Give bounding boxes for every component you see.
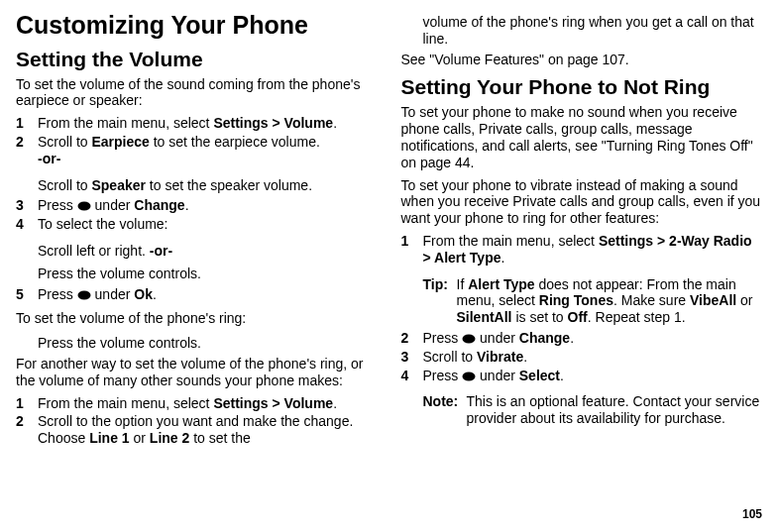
text: .: [333, 115, 337, 131]
softkey-icon: [77, 290, 91, 300]
text: under: [476, 368, 519, 383]
text: or: [736, 292, 752, 308]
list-item: 2 Scroll to Earpiece to set the earpiece…: [16, 134, 378, 167]
svg-point-3: [463, 372, 476, 380]
step-text: Scroll to the option you want and make t…: [38, 413, 378, 447]
page-columns: Customizing Your Phone Setting the Volum…: [16, 12, 762, 505]
or-text: -or-: [150, 243, 172, 259]
ring-intro: To set the volume of the phone's ring:: [16, 310, 378, 327]
text: Press: [38, 286, 77, 302]
step-number: 3: [16, 197, 38, 214]
text: . Make sure: [613, 292, 690, 308]
softkey-icon: [462, 372, 476, 381]
text: .: [500, 250, 504, 266]
sub-step: Press the volume controls.: [38, 335, 378, 352]
bold-text: Settings > Volume: [213, 115, 333, 131]
list-item: 3 Press under Change.: [16, 197, 378, 214]
step-text: Scroll to Vibrate.: [423, 349, 763, 366]
step-text: Press under Ok.: [38, 286, 378, 303]
step-text: Press under Change.: [38, 197, 378, 214]
softkey-icon: [462, 334, 476, 344]
section-heading-volume: Setting the Volume: [16, 48, 378, 70]
note-text: This is an optional feature. Contact you…: [467, 393, 763, 427]
section-heading-not-ring: Setting Your Phone to Not Ring: [401, 75, 763, 98]
list-item: 2 Press under Change.: [401, 330, 763, 347]
svg-point-2: [463, 335, 476, 344]
text: to set the speaker volume.: [146, 177, 312, 193]
right-column: volume of the phone's ring when you get …: [401, 12, 763, 505]
tip-block: Tip: If Alert Type does not appear: From…: [423, 276, 763, 326]
not-ring-steps-cont: 2 Press under Change. 3 Scroll to Vibrat…: [401, 330, 763, 385]
bold-text: Change: [519, 330, 570, 346]
sub-step: Press the volume controls.: [38, 266, 378, 282]
text: . Repeat step 1.: [588, 309, 686, 325]
step-text: Press under Change.: [423, 330, 763, 347]
intro-paragraph: To set the volume of the sound coming fr…: [16, 76, 378, 110]
text: From the main menu, select: [423, 233, 599, 249]
list-item: 2 Scroll to the option you want and make…: [16, 413, 378, 447]
text: .: [153, 286, 157, 302]
step-number: 3: [401, 349, 423, 366]
step-number: 1: [16, 395, 38, 412]
bold-text: Ok: [134, 286, 153, 302]
svg-point-1: [77, 290, 90, 299]
list-item: 1 From the main menu, select Settings > …: [16, 115, 378, 132]
text: is set to: [512, 309, 568, 325]
bold-text: Change: [134, 197, 184, 213]
bold-text: SilentAll: [457, 309, 512, 325]
text: or: [130, 430, 150, 446]
text: to set the: [189, 430, 250, 446]
text: Press: [38, 197, 77, 213]
volume-steps-1-cont: 3 Press under Change. 4 To select the vo…: [16, 197, 378, 235]
left-column: Customizing Your Phone Setting the Volum…: [16, 12, 378, 505]
list-item: 4 To select the volume:: [16, 216, 378, 233]
list-item: 4 Press under Select.: [401, 368, 763, 384]
step-number: 5: [16, 286, 38, 303]
step-text: From the main menu, select Settings > 2-…: [423, 233, 763, 266]
or-text: -or-: [38, 151, 60, 166]
bold-text: Select: [519, 368, 560, 383]
text: From the main menu, select: [38, 395, 213, 411]
text: Scroll to: [423, 349, 477, 365]
text: Scroll to: [38, 177, 91, 193]
list-item: 5 Press under Ok.: [16, 286, 378, 303]
text: .: [523, 349, 527, 365]
chapter-title: Customizing Your Phone: [16, 12, 378, 40]
step-number: 2: [16, 134, 38, 167]
note-label: Note:: [423, 393, 467, 427]
sub-step: Scroll left or right. -or-: [38, 243, 378, 260]
step-number: 2: [16, 413, 38, 447]
volume-steps-1: 1 From the main menu, select Settings > …: [16, 115, 378, 168]
step-text: Press under Select.: [423, 368, 763, 384]
softkey-icon: [77, 201, 91, 211]
bold-text: VibeAll: [690, 292, 736, 308]
sub-step: Scroll to Speaker to set the speaker vol…: [38, 177, 378, 194]
bold-text: Alert Type: [468, 276, 534, 292]
bold-text: Line 1: [89, 430, 129, 446]
text: .: [333, 395, 337, 411]
paragraph: To set your phone to make no sound when …: [401, 104, 763, 170]
bold-text: Off: [568, 309, 588, 325]
tip-text: If Alert Type does not appear: From the …: [457, 276, 763, 326]
not-ring-steps: 1 From the main menu, select Settings > …: [401, 233, 763, 268]
tip-label: Tip:: [423, 276, 457, 326]
bold-text: Line 2: [150, 430, 189, 446]
text: .: [570, 330, 574, 346]
bold-text: Vibrate: [477, 349, 523, 365]
text: under: [476, 330, 519, 346]
text: Press: [423, 368, 463, 383]
step-number: 4: [401, 368, 423, 384]
text: From the main menu, select: [38, 115, 213, 131]
list-item: 1 From the main menu, select Settings > …: [401, 233, 763, 266]
another-way-intro: For another way to set the volume of the…: [16, 356, 378, 389]
note-block: Note: This is an optional feature. Conta…: [423, 393, 763, 427]
bold-text: Earpiece: [91, 134, 149, 150]
text: under: [91, 286, 135, 302]
list-item: 3 Scroll to Vibrate.: [401, 349, 763, 366]
step-text: From the main menu, select Settings > Vo…: [38, 395, 378, 412]
text: under: [91, 197, 135, 213]
bold-text: Settings > Volume: [213, 395, 333, 411]
text: .: [185, 197, 189, 213]
paragraph: To set your phone to vibrate instead of …: [401, 177, 763, 227]
text: to set the earpiece volume.: [150, 134, 320, 150]
